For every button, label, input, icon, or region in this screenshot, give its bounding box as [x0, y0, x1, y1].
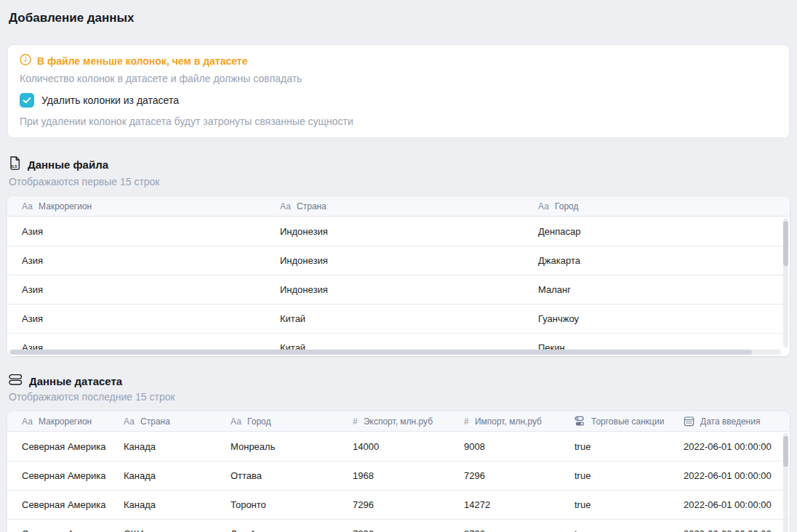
table-cell: Джакарта — [524, 255, 790, 266]
file-section-header: XLS Данные файла — [7, 156, 790, 174]
delete-columns-checkbox-label: Удалить колонки из датасета — [41, 94, 179, 106]
file-data-table: AaМакрорегионAaСтранаAaГородАзияИндонези… — [7, 196, 790, 356]
table-cell: Индонезия — [265, 284, 524, 295]
warning-title: В файле меньше колонок, чем в датасете — [37, 55, 247, 67]
table-cell: 7296 — [338, 499, 449, 510]
database-icon — [9, 374, 23, 389]
table-row: Северная АмерикаКанадаОттава19687296true… — [7, 461, 790, 490]
delete-columns-checkbox[interactable] — [20, 93, 34, 108]
column-header: AaСтрана — [109, 416, 216, 427]
table-cell: Индонезия — [265, 255, 524, 266]
table-cell: Лос-Анджелес — [216, 528, 338, 532]
scrollbar-thumb[interactable] — [783, 221, 788, 266]
date-type-icon — [684, 416, 694, 427]
add-data-page: Добавление данных В файле меньше колонок… — [0, 0, 797, 532]
column-header-label: Город — [555, 201, 578, 211]
file-section-subtitle: Отображаются первые 15 строк — [7, 176, 790, 188]
table-row: Северная АмерикаКанадаТоронто729614272tr… — [7, 490, 790, 519]
column-header: AaМакрорегион — [7, 416, 109, 427]
dataset-section-subtitle: Отображаются последние 15 строк — [7, 391, 790, 403]
table-cell: Оттава — [216, 470, 338, 481]
column-header-label: Экспорт, млн.руб — [364, 416, 433, 427]
warning-card: В файле меньше колонок, чем в датасете К… — [7, 44, 790, 138]
table-cell: Азия — [7, 255, 265, 266]
string-type-icon: Aa — [280, 201, 291, 211]
file-data-section: XLS Данные файла Отображаются первые 15 … — [7, 156, 790, 356]
table-cell: true — [560, 528, 669, 532]
table-row: АзияИндонезияДенпасар — [7, 217, 790, 246]
table-cell: Канада — [109, 441, 216, 452]
info-icon — [20, 54, 31, 68]
vertical-scrollbar[interactable] — [783, 433, 788, 532]
boolean-type-icon — [574, 416, 585, 427]
column-header: #Импорт, млн,руб — [449, 416, 560, 427]
table-cell: true — [560, 441, 669, 452]
delete-columns-checkbox-row[interactable]: Удалить колонки из датасета — [20, 93, 777, 108]
page-title: Добавление данных — [7, 0, 790, 25]
column-header: AaГород — [216, 416, 338, 427]
table-row: АзияИндонезияМаланг — [7, 275, 790, 304]
dataset-data-section: Данные датасета Отображаются последние 1… — [7, 374, 790, 532]
table-cell: 2022-06-01 00:00:00 — [669, 499, 790, 510]
table-header-row: AaМакрорегионAaСтранаAaГород#Экспорт, мл… — [7, 411, 790, 432]
table-cell: 14272 — [449, 499, 560, 510]
column-header-label: Торговые санкции — [591, 416, 664, 427]
scrollbar-thumb[interactable] — [783, 436, 788, 467]
table-cell: Монреаль — [216, 441, 338, 452]
table-cell: Индонезия — [265, 226, 524, 237]
string-type-icon: Aa — [22, 416, 33, 427]
column-header: #Экспорт, млн.руб — [338, 416, 449, 427]
table-cell: Азия — [7, 284, 265, 295]
dataset-section-header: Данные датасета — [7, 374, 790, 389]
file-section-title: Данные файла — [28, 158, 108, 171]
horizontal-scrollbar[interactable] — [9, 350, 781, 355]
table-cell: Денпасар — [524, 226, 790, 237]
table-row: Северная АмерикаСШАЛос-Анджелес72968736t… — [7, 519, 790, 532]
table-cell: Китай — [265, 313, 524, 324]
table-cell: true — [560, 470, 669, 481]
number-type-icon: # — [353, 416, 358, 427]
dataset-section-title: Данные датасета — [29, 375, 122, 387]
warning-subtitle: Количество колонок в датасете и файле до… — [20, 73, 777, 84]
string-type-icon: Aa — [124, 416, 135, 427]
table-row: Северная АмерикаКанадаМонреаль140009008t… — [7, 432, 790, 461]
column-header-label: Город — [247, 416, 271, 427]
table-cell: 2022-03-23 00:00:00 — [669, 528, 790, 532]
column-header: AaСтрана — [265, 201, 524, 211]
column-header-label: Дата введения — [700, 416, 760, 427]
table-cell: Северная Америка — [7, 528, 109, 532]
svg-text:XLS: XLS — [10, 165, 17, 169]
table-header-row: AaМакрорегионAaСтранаAaГород — [7, 196, 790, 217]
table-cell: Северная Америка — [7, 470, 109, 481]
warning-note: При удалении колонок датасета будут затр… — [20, 116, 777, 127]
column-header-label: Импорт, млн,руб — [475, 416, 542, 427]
string-type-icon: Aa — [538, 201, 549, 211]
table-cell: true — [560, 499, 669, 510]
table-cell: 14000 — [338, 441, 449, 452]
table-cell: Северная Америка — [7, 441, 109, 452]
table-cell: Гуанчжоу — [524, 313, 790, 324]
column-header-label: Страна — [297, 201, 327, 211]
dataset-data-table: AaМакрорегионAaСтранаAaГород#Экспорт, мл… — [7, 411, 790, 532]
table-cell: 2022-06-01 00:00:00 — [669, 441, 790, 452]
table-cell: 7296 — [338, 528, 449, 532]
string-type-icon: Aa — [22, 201, 33, 211]
string-type-icon: Aa — [231, 416, 241, 427]
column-header: Дата введения — [669, 416, 790, 427]
column-header-label: Макрорегион — [39, 201, 92, 211]
table-cell: США — [109, 528, 216, 532]
scrollbar-thumb[interactable] — [10, 350, 752, 355]
number-type-icon: # — [464, 416, 469, 427]
table-cell: 7296 — [449, 470, 560, 481]
table-cell: 1968 — [338, 470, 449, 481]
table-cell: Канада — [109, 499, 216, 510]
table-cell: Северная Америка — [7, 499, 109, 510]
table-cell: 9008 — [449, 441, 560, 452]
vertical-scrollbar[interactable] — [783, 218, 788, 347]
warning-title-row: В файле меньше колонок, чем в датасете — [20, 54, 777, 68]
table-cell: Азия — [7, 226, 265, 237]
column-header: AaМакрорегион — [7, 201, 265, 211]
column-header-label: Макрорегион — [39, 416, 92, 427]
table-cell: Маланг — [524, 284, 790, 295]
column-header-label: Страна — [140, 416, 170, 427]
